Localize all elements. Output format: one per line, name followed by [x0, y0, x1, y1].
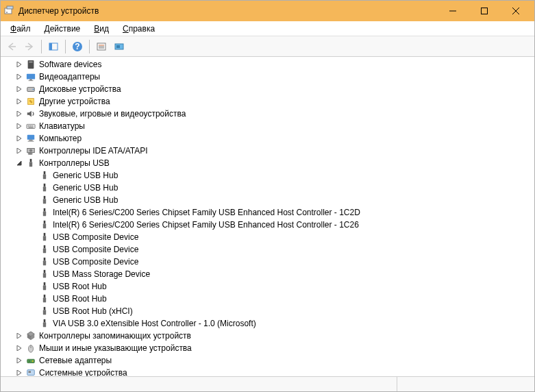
usb-icon [39, 293, 50, 304]
collapse-icon[interactable] [14, 158, 24, 168]
svg-rect-32 [28, 141, 34, 142]
usb-icon [39, 207, 50, 218]
tree-item-label: VIA USB 3.0 eXtensible Host Controller -… [53, 319, 256, 328]
tree-item-label: Generic USB Hub [53, 195, 118, 205]
svg-rect-52 [44, 258, 46, 260]
svg-point-23 [33, 89, 34, 90]
svg-rect-48 [44, 233, 46, 236]
tree-item[interactable]: Системные устройства [1, 367, 534, 376]
tree-item[interactable]: Клавиатуры [1, 120, 534, 132]
svg-rect-16 [116, 45, 120, 48]
svg-rect-45 [43, 211, 46, 216]
menu-help[interactable]: Справка [119, 23, 159, 35]
usb-icon [39, 182, 50, 193]
expander-empty [28, 257, 38, 267]
display-icon [25, 71, 36, 82]
maximize-button[interactable] [469, 1, 500, 21]
tree-item[interactable]: USB Composite Device [1, 243, 534, 256]
expand-icon[interactable] [14, 331, 24, 341]
svg-rect-4 [482, 8, 488, 14]
tree-item-label: Компьютер [39, 134, 82, 143]
tree-item[interactable]: VIA USB 3.0 eXtensible Host Controller -… [1, 317, 534, 330]
tree-item-label: Системные устройства [39, 368, 127, 376]
svg-rect-51 [43, 248, 46, 253]
tree-item-label: Intel(R) 6 Series/C200 Series Chipset Fa… [53, 208, 360, 217]
tree-item[interactable]: Звуковые, игровые и видеоустройства [1, 108, 534, 120]
window-title: Диспетчер устройств [18, 6, 437, 16]
usb-icon [39, 306, 50, 317]
minimize-button[interactable] [437, 1, 469, 21]
tree-item[interactable]: USB Root Hub [1, 293, 534, 305]
help-button[interactable]: ? [69, 38, 86, 55]
expand-icon[interactable] [14, 356, 24, 365]
expand-icon[interactable] [14, 109, 24, 119]
device-tree[interactable]: Software devicesВидеоадаптерыДисковые ус… [1, 57, 534, 376]
computer-icon [25, 133, 36, 144]
tree-item[interactable]: Generic USB Hub [1, 182, 534, 194]
expander-empty [28, 269, 38, 279]
tree-item[interactable]: Generic USB Hub [1, 169, 534, 182]
window-buttons [437, 1, 532, 21]
svg-rect-36 [30, 159, 32, 162]
tree-item[interactable]: Дисковые устройства [1, 83, 534, 95]
back-button[interactable] [3, 38, 20, 55]
tree-item[interactable]: Контроллеры запоминающих устройств [1, 330, 534, 342]
svg-rect-62 [44, 319, 46, 322]
usb-icon [39, 170, 50, 181]
svg-rect-38 [44, 171, 46, 174]
usb-icon [39, 219, 50, 230]
tree-item[interactable]: Компьютер [1, 132, 534, 145]
tree-item[interactable]: USB Root Hub [1, 280, 534, 293]
tree-item[interactable]: Контроллеры USB [1, 157, 534, 169]
scan-hardware-button[interactable] [111, 38, 127, 55]
expand-icon[interactable] [14, 60, 24, 69]
usb-icon [39, 281, 50, 292]
tree-item[interactable]: Intel(R) 6 Series/C200 Series Chipset Fa… [1, 219, 534, 231]
usb-icon [25, 158, 36, 169]
tree-item-label: Контроллеры запоминающих устройств [39, 331, 191, 341]
tree-item-label: Контроллеры USB [39, 158, 110, 168]
tree-item[interactable]: USB Mass Storage Device [1, 268, 534, 280]
tree-item[interactable]: Сетевые адаптеры [1, 354, 534, 367]
tree-item[interactable]: Контроллеры IDE ATA/ATAPI [1, 145, 534, 157]
titlebar[interactable]: Диспетчер устройств [1, 1, 534, 21]
menu-view[interactable]: Вид [90, 23, 113, 35]
svg-rect-8 [49, 43, 52, 50]
tree-item[interactable]: Мыши и иные указывающие устройства [1, 342, 534, 354]
svg-rect-26 [28, 125, 29, 126]
svg-rect-41 [43, 186, 46, 191]
expand-icon[interactable] [14, 146, 24, 156]
tree-item[interactable]: Intel(R) 6 Series/C200 Series Chipset Fa… [1, 206, 534, 219]
expand-icon[interactable] [14, 84, 24, 94]
expand-icon[interactable] [14, 368, 24, 376]
tree-item[interactable]: Software devices [1, 58, 534, 71]
expand-icon[interactable] [14, 72, 24, 82]
tree-item[interactable]: Видеоадаптеры [1, 71, 534, 83]
properties-button[interactable] [93, 38, 110, 55]
close-button[interactable] [500, 1, 532, 21]
expander-empty [28, 232, 38, 242]
svg-rect-39 [43, 174, 46, 179]
tree-item[interactable]: USB Composite Device [1, 231, 534, 243]
svg-rect-30 [27, 135, 35, 140]
menu-file[interactable]: Файл [6, 23, 35, 35]
tree-item-label: USB Composite Device [53, 245, 138, 254]
expand-icon[interactable] [14, 97, 24, 106]
expand-icon[interactable] [14, 134, 24, 143]
tree-item-label: Мыши и иные указывающие устройства [39, 343, 192, 353]
tree-item[interactable]: Другие устройства [1, 95, 534, 108]
tree-item-label: USB Mass Storage Device [53, 269, 150, 279]
tree-item-label: Intel(R) 6 Series/C200 Series Chipset Fa… [53, 220, 359, 230]
sound-icon [25, 108, 36, 119]
tree-item[interactable]: USB Root Hub (xHCI) [1, 305, 534, 317]
expand-icon[interactable] [14, 343, 24, 353]
tree-item[interactable]: USB Composite Device [1, 256, 534, 268]
show-hide-console-button[interactable] [45, 38, 62, 55]
expand-icon[interactable] [14, 121, 24, 131]
svg-rect-50 [44, 245, 46, 248]
ide-icon [25, 145, 36, 156]
menu-action[interactable]: Действие [40, 23, 85, 35]
tree-item[interactable]: Generic USB Hub [1, 194, 534, 206]
forward-button[interactable] [21, 38, 38, 55]
expander-empty [28, 183, 38, 193]
